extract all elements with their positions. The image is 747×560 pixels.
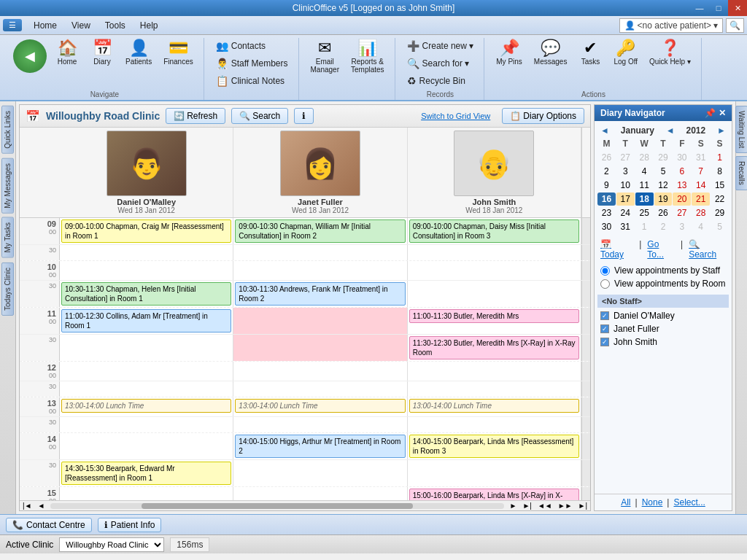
none-link[interactable]: None bbox=[642, 497, 663, 508]
appointment-block[interactable]: 13:00-14:00 Lunch Time bbox=[61, 399, 231, 413]
appt-cell-11-1[interactable]: 11:00-12:30 Collins, Adam Mr [Treatment]… bbox=[60, 308, 233, 334]
finances-button[interactable]: 💳 Finances bbox=[159, 38, 198, 68]
cal-day[interactable]: 19 bbox=[654, 192, 673, 206]
appointment-block[interactable]: 14:30-15:30 Bearpark, Edward Mr [Reasses… bbox=[61, 462, 231, 485]
scroll-page-right[interactable]: ►► bbox=[555, 502, 576, 510]
appt-cell-13-3[interactable]: 13:00-14:00 Lunch Time bbox=[408, 397, 581, 416]
goto-link[interactable]: Go To... bbox=[647, 239, 675, 260]
quick-help-button[interactable]: ❓ Quick Help ▾ bbox=[645, 38, 695, 68]
appt-cell-9-1[interactable]: 09:00-10:00 Chapman, Craig Mr [Reassessm… bbox=[60, 218, 233, 244]
cal-day[interactable]: 26 bbox=[654, 206, 673, 219]
appointment-block[interactable]: 13:00-14:00 Lunch Time bbox=[235, 399, 405, 413]
my-messages-tab[interactable]: My Messages bbox=[1, 158, 14, 214]
cal-day[interactable]: 3 bbox=[673, 220, 691, 233]
staff-list-item-daniel[interactable]: ✓ Daniel O'Malley bbox=[597, 309, 729, 322]
appointment-block[interactable]: 11:30-12:30 Butler, Meredith Mrs [X-Ray]… bbox=[409, 336, 579, 359]
cal-day[interactable]: 12 bbox=[654, 179, 673, 192]
navigator-pin-button[interactable]: 📌 bbox=[705, 108, 716, 118]
cal-day[interactable]: 28 bbox=[635, 151, 654, 164]
appointment-block[interactable]: 14:00-15:00 Bearpark, Linda Mrs [Reasses… bbox=[409, 435, 579, 458]
refresh-button[interactable]: 🔄 Refresh bbox=[166, 108, 225, 124]
cal-day[interactable]: 31 bbox=[692, 151, 710, 164]
appt-cell-14-3[interactable]: 14:00-15:00 Bearpark, Linda Mrs [Reasses… bbox=[408, 433, 581, 459]
tasks-button[interactable]: ✔ Tasks bbox=[574, 38, 606, 68]
appointment-block[interactable]: 09:00-10:30 Chapman, William Mr [Initial… bbox=[235, 219, 405, 243]
appointment-block[interactable]: 10:30-11:30 Andrews, Frank Mr [Treatment… bbox=[235, 282, 405, 306]
select-link[interactable]: Select... bbox=[673, 497, 705, 508]
prev-month-button[interactable]: ◄ bbox=[600, 125, 609, 136]
cal-day[interactable]: 2 bbox=[654, 220, 673, 233]
cal-day[interactable]: 29 bbox=[711, 206, 729, 219]
info-button[interactable]: ℹ bbox=[294, 108, 314, 124]
clinic-selector[interactable]: Willoughby Road Clinic bbox=[59, 537, 164, 552]
scroll-right-end[interactable]: ►| bbox=[519, 502, 535, 510]
my-pins-button[interactable]: 📌 My Pins bbox=[492, 38, 527, 68]
patient-info-button[interactable]: ℹ Patient Info bbox=[98, 518, 162, 532]
cal-day[interactable]: 27 bbox=[616, 151, 635, 164]
cal-day[interactable]: 15 bbox=[711, 179, 729, 192]
email-manager-button[interactable]: ✉ EmailManager bbox=[306, 38, 344, 76]
scroll-right[interactable]: ► bbox=[507, 502, 520, 510]
appointment-block[interactable]: 09:00-10:00 Chapman, Daisy Miss [Initial… bbox=[409, 219, 579, 243]
appt-half-14-1[interactable]: 14:30-15:30 Bearpark, Edward Mr [Reasses… bbox=[60, 460, 233, 486]
appointments-grid[interactable]: 0900 09:00-10:00 Chapman, Craig Mr [Reas… bbox=[20, 218, 590, 500]
scroll-left-start[interactable]: |◄ bbox=[20, 502, 35, 510]
appt-cell-14-2[interactable]: 14:00-15:00 Higgs, Arthur Mr [Treatment]… bbox=[233, 433, 407, 459]
appointment-block[interactable]: 13:00-14:00 Lunch Time bbox=[409, 399, 579, 413]
appointment-block[interactable]: 10:30-11:30 Chapman, Helen Mrs [Initial … bbox=[61, 282, 231, 306]
nav-search-link[interactable]: 🔍 Search bbox=[689, 239, 726, 260]
staff-checkbox-janet[interactable]: ✓ bbox=[600, 324, 609, 333]
appt-cell-11-3[interactable]: 11:00-11:30 Butler, Meredith Mrs bbox=[408, 308, 581, 334]
radio-by-staff[interactable]: View appointments by Staff bbox=[600, 265, 726, 276]
maximize-button[interactable]: □ bbox=[709, 0, 728, 16]
menu-view[interactable]: View bbox=[64, 18, 98, 33]
cal-day[interactable]: 28 bbox=[692, 206, 710, 219]
appt-half-10-1[interactable]: 10:30-11:30 Chapman, Helen Mrs [Initial … bbox=[60, 281, 233, 307]
cal-day[interactable]: 14 bbox=[692, 179, 710, 192]
appt-cell-9-2[interactable]: 09:00-10:30 Chapman, William Mr [Initial… bbox=[233, 218, 407, 244]
staff-list-item-john[interactable]: ✓ John Smith bbox=[597, 335, 729, 349]
staff-checkbox-daniel[interactable]: ✓ bbox=[600, 311, 609, 320]
patients-button[interactable]: 👤 Patients bbox=[121, 38, 156, 68]
cal-day[interactable]: 1 bbox=[635, 220, 654, 233]
cal-day[interactable]: 26 bbox=[597, 151, 616, 164]
app-menu-button[interactable]: ☰ bbox=[3, 19, 22, 31]
waiting-list-tab[interactable]: Waiting List bbox=[735, 106, 747, 153]
appointment-block[interactable]: 11:00-12:30 Collins, Adam Mr [Treatment]… bbox=[61, 309, 231, 332]
recycle-bin-button[interactable]: ♻ Recycle Bin bbox=[403, 73, 479, 89]
reports-button[interactable]: 📊 Reports &Templates bbox=[347, 38, 389, 76]
my-tasks-tab[interactable]: My Tasks bbox=[1, 217, 14, 258]
cal-day[interactable]: 2 bbox=[597, 165, 616, 178]
diary-options-button[interactable]: 📋 Diary Options bbox=[502, 108, 584, 124]
cal-day-selected[interactable]: 18 bbox=[635, 192, 654, 206]
radio-by-room[interactable]: View appointments by Room bbox=[600, 279, 726, 289]
scroll-page-left[interactable]: ◄◄ bbox=[535, 502, 555, 510]
contacts-button[interactable]: 👥 Contacts bbox=[212, 38, 293, 54]
horizontal-scrollbar[interactable]: |◄ ◄ ► ►| ◄◄ ►► ►| bbox=[20, 500, 590, 510]
scroll-right-end2[interactable]: ►| bbox=[576, 502, 591, 510]
appointment-block[interactable]: 14:00-15:00 Higgs, Arthur Mr [Treatment]… bbox=[235, 435, 405, 458]
close-button[interactable]: ✕ bbox=[728, 0, 747, 16]
cal-day[interactable]: 25 bbox=[635, 206, 654, 219]
cal-day[interactable]: 30 bbox=[673, 151, 691, 164]
cal-day[interactable]: 10 bbox=[616, 179, 635, 192]
cal-day[interactable]: 4 bbox=[635, 165, 654, 178]
cal-day[interactable]: 21 bbox=[692, 192, 710, 206]
top-search-button[interactable]: 🔍 bbox=[726, 18, 744, 33]
cal-day[interactable]: 24 bbox=[616, 206, 635, 219]
cal-day[interactable]: 6 bbox=[673, 165, 691, 178]
cal-day-today[interactable]: 16 bbox=[597, 192, 616, 206]
radio-staff-input[interactable] bbox=[600, 266, 610, 276]
radio-room-input[interactable] bbox=[600, 279, 610, 289]
back-button[interactable]: ◀ bbox=[13, 39, 47, 73]
minimize-button[interactable]: — bbox=[690, 0, 709, 16]
contact-centre-button[interactable]: 📞 Contact Centre bbox=[6, 518, 92, 532]
logoff-button[interactable]: 🔑 Log Off bbox=[609, 38, 642, 68]
navigator-close-button[interactable]: ✕ bbox=[719, 108, 726, 118]
home-button[interactable]: 🏠 Home bbox=[51, 38, 83, 68]
clinical-notes-button[interactable]: 📋 Clinical Notes bbox=[212, 73, 293, 89]
cal-day[interactable]: 13 bbox=[673, 179, 691, 192]
diary-search-button[interactable]: 🔍 Search bbox=[231, 108, 288, 124]
cal-day[interactable]: 7 bbox=[692, 165, 710, 178]
messages-button[interactable]: 💬 Messages bbox=[530, 38, 572, 68]
